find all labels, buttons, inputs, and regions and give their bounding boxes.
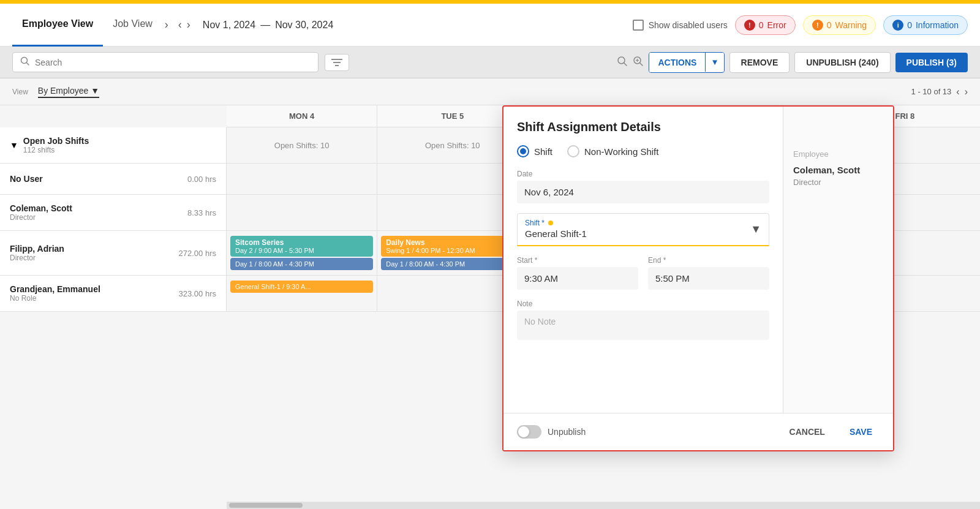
actions-dropdown-button[interactable]: ▼ — [705, 53, 723, 72]
nav-left-arrow[interactable]: ‹ — [171, 16, 184, 34]
filipp-hours: 272.00 hrs — [179, 249, 216, 258]
sitcom-title: Sitcom Series — [235, 238, 368, 247]
unpublish-toggle-label: Unpublish — [548, 427, 586, 437]
search-icon — [20, 56, 30, 68]
daily-news-sub: Swing 1 / 4:00 PM - 12:30 AM — [386, 247, 519, 254]
search-expand-icon[interactable] — [633, 56, 644, 69]
employee-section-title: Employee — [793, 149, 883, 159]
view-select[interactable]: By Employee ▼ — [38, 86, 99, 98]
non-working-radio-label: Non-Working Shift — [584, 146, 658, 157]
actions-button-group: ACTIONS ▼ — [649, 52, 724, 73]
svg-line-8 — [640, 63, 643, 66]
shift-input-wrapper: Shift * ▼ — [517, 213, 769, 246]
filipp-title: Director — [10, 254, 64, 262]
toolbar-right: ACTIONS ▼ REMOVE UNPUBLISH (240) PUBLISH… — [617, 52, 968, 73]
svg-line-1 — [27, 63, 29, 66]
save-button[interactable]: SAVE — [842, 422, 880, 442]
grandjean-general-mon-chip[interactable]: General Shift-1 / 9:30 A... — [230, 281, 373, 293]
toolbar: ACTIONS ▼ REMOVE UNPUBLISH (240) PUBLISH… — [0, 47, 980, 78]
filipp-info: Filipp, Adrian Director 272.00 hrs — [0, 231, 227, 275]
no-user-name: No User — [10, 174, 43, 184]
non-working-radio[interactable]: Non-Working Shift — [567, 145, 658, 157]
view-row: View By Employee ▼ 1 - 10 of 13 ‹ › — [0, 78, 980, 105]
show-disabled-checkbox[interactable] — [633, 20, 644, 31]
employee-name: Coleman, Scott — [793, 165, 883, 175]
shift-radio[interactable]: Shift — [517, 145, 552, 157]
search-icon-2[interactable] — [617, 56, 628, 69]
end-field: End * 5:50 PM — [648, 256, 769, 290]
open-shifts-tue5-text: Open Shifts: 10 — [425, 141, 480, 150]
date-range: Nov 1, 2024 — Nov 30, 2024 — [193, 20, 343, 31]
open-shifts-count: 112 shifts — [23, 146, 89, 154]
grandjean-hours: 323.00 hrs — [179, 289, 216, 298]
search-box — [12, 52, 318, 72]
employee-role: Director — [793, 178, 883, 187]
start-field: Start * 9:30 AM — [517, 256, 638, 290]
filipp-day1-mon-text: Day 1 / 8:00 AM - 4:30 PM — [235, 260, 368, 268]
dialog-title: Shift Assignment Details — [517, 120, 769, 134]
shift-input[interactable] — [525, 227, 750, 240]
actions-button[interactable]: ACTIONS — [649, 53, 705, 72]
start-label: Start * — [517, 256, 638, 265]
filipp-name: Filipp, Adrian — [10, 244, 64, 254]
coleman-info: Coleman, Scott Director 8.33 hrs — [0, 195, 227, 230]
error-count: 0 — [759, 20, 764, 30]
info-badge-button[interactable]: i 0 Information — [883, 15, 968, 35]
open-shifts-cell-mon4: Open Shifts: 10 — [227, 127, 377, 163]
no-user-cell-mon4 — [227, 164, 377, 194]
tab-employee-view[interactable]: Employee View — [12, 4, 103, 47]
info-label: Information — [916, 20, 959, 30]
dialog-left-panel: Shift Assignment Details Shift Non-Worki… — [503, 107, 783, 413]
show-disabled-toggle[interactable]: Show disabled users — [633, 20, 728, 31]
view-option-label: By Employee — [38, 86, 88, 96]
open-shifts-name: Open Job Shifts — [23, 136, 89, 146]
start-value: 9:30 AM — [517, 267, 638, 290]
note-label: Note — [517, 300, 769, 308]
remove-button[interactable]: REMOVE — [729, 52, 790, 73]
tab-job-view[interactable]: Job View — [103, 4, 162, 47]
error-icon: ! — [744, 20, 755, 31]
date-end: Nov 30, 2024 — [275, 20, 333, 31]
shift-type-radio-group: Shift Non-Working Shift — [517, 145, 769, 157]
nav-forward-arrow[interactable]: › — [184, 16, 193, 34]
grandjean-title: No Role — [10, 294, 100, 303]
filipp-day1-mon-chip[interactable]: Day 1 / 8:00 AM - 4:30 PM — [230, 258, 373, 270]
nav-right-arrow[interactable]: › — [162, 16, 171, 34]
warning-label: Warning — [835, 20, 867, 30]
date-value: Nov 6, 2024 — [517, 181, 769, 203]
filipp-sitcom-chip[interactable]: Sitcom Series Day 2 / 9:00 AM - 5:30 PM — [230, 236, 373, 257]
toggle-knob — [518, 426, 529, 437]
search-input[interactable] — [35, 58, 311, 67]
no-user-info: No User 0.00 hrs — [0, 164, 227, 194]
date-field-group: Date Nov 6, 2024 — [517, 170, 769, 203]
shift-field-label: Shift * — [525, 219, 750, 227]
shift-radio-label: Shift — [534, 146, 552, 157]
page-next-arrow[interactable]: › — [965, 86, 968, 97]
coleman-title: Director — [10, 213, 72, 222]
shift-dropdown-icon[interactable]: ▼ — [750, 223, 761, 236]
date-label: Date — [517, 170, 769, 178]
info-icon: i — [892, 20, 903, 31]
note-value[interactable]: No Note — [517, 311, 769, 340]
shift-radio-circle — [517, 145, 529, 157]
sitcom-sub: Day 2 / 9:00 AM - 5:30 PM — [235, 247, 368, 254]
error-badge-button[interactable]: ! 0 Error — [735, 15, 796, 35]
unpublish-toggle[interactable] — [517, 425, 541, 439]
view-label: View — [12, 88, 28, 96]
warning-count: 0 — [827, 20, 832, 30]
page-prev-arrow[interactable]: ‹ — [956, 86, 959, 97]
end-label: End * — [648, 256, 769, 265]
warning-badge-button[interactable]: ! 0 Warning — [803, 15, 876, 35]
unpublish-button[interactable]: UNPUBLISH (240) — [794, 52, 890, 73]
horizontal-scrollbar[interactable] — [227, 502, 980, 509]
grandjean-general-mon-text: General Shift-1 / 9:30 A... — [235, 283, 368, 290]
end-value: 5:50 PM — [648, 267, 769, 290]
cancel-button[interactable]: CANCEL — [782, 422, 832, 442]
open-shifts-expand-icon[interactable]: ▼ — [10, 140, 18, 150]
publish-button[interactable]: PUBLISH (3) — [895, 53, 968, 72]
warning-icon: ! — [812, 20, 823, 31]
pagination-text: 1 - 10 of 13 — [911, 87, 952, 96]
filter-button[interactable] — [325, 54, 349, 71]
svg-line-6 — [624, 63, 627, 66]
open-job-shifts-info: ▼ Open Job Shifts 112 shifts — [0, 127, 227, 163]
